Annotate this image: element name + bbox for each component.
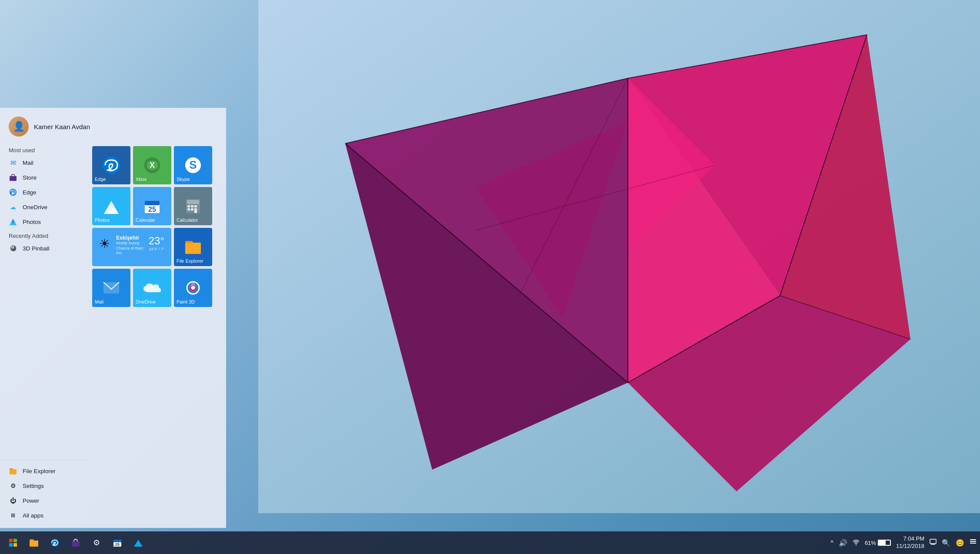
edge-tile[interactable]: Edge bbox=[92, 146, 130, 184]
start-button[interactable] bbox=[3, 533, 23, 552]
start-content: Most used ✉ Mail Store Edge bbox=[0, 142, 226, 528]
weather-desc: Mostly SunnyChance of Rain: 0% bbox=[116, 241, 145, 256]
tiles-row-4: Mail OneDrive Pai bbox=[92, 269, 221, 307]
weather-tile[interactable]: ☀ Eskişehir Mostly SunnyChance of Rain: … bbox=[92, 228, 171, 266]
app-item-settings[interactable]: ⚙ Settings bbox=[0, 478, 87, 493]
svg-rect-36 bbox=[187, 205, 190, 207]
taskbar-store[interactable] bbox=[66, 533, 85, 552]
photos-tile[interactable]: Photos bbox=[92, 187, 130, 225]
svg-rect-38 bbox=[194, 205, 197, 207]
settings-icon: ⚙ bbox=[9, 481, 17, 490]
taskbar-photos[interactable] bbox=[129, 533, 148, 552]
desktop-peek[interactable] bbox=[930, 539, 937, 547]
svg-rect-42 bbox=[185, 243, 201, 254]
app-item-photos[interactable]: Photos bbox=[0, 214, 87, 229]
taskbar: ⚙ 25 ^ 🔊 bbox=[0, 531, 980, 554]
app-item-mail[interactable]: ✉ Mail bbox=[0, 155, 87, 170]
app-item-edge[interactable]: Edge bbox=[0, 185, 87, 200]
taskbar-calendar[interactable]: 25 bbox=[108, 533, 127, 552]
most-used-label: Most used bbox=[0, 144, 87, 155]
taskbar-edge[interactable] bbox=[45, 533, 64, 552]
all-apps-label: All apps bbox=[23, 512, 43, 519]
onedrive-list-label: OneDrive bbox=[23, 204, 47, 210]
weather-content: ☀ Eskişehir Mostly SunnyChance of Rain: … bbox=[96, 231, 168, 263]
edge-list-label: Edge bbox=[23, 189, 37, 196]
app-item-all-apps[interactable]: ⊞ All apps bbox=[0, 508, 87, 523]
mail-tile-label: Mail bbox=[95, 299, 103, 304]
cortana-icon[interactable]: 😊 bbox=[956, 539, 964, 547]
spacer bbox=[0, 256, 87, 460]
svg-rect-22 bbox=[10, 469, 17, 474]
app-item-power[interactable]: ⏻ Power bbox=[0, 493, 87, 508]
taskbar-settings[interactable]: ⚙ bbox=[87, 533, 106, 552]
calculator-tile[interactable]: Calculator bbox=[174, 187, 212, 225]
photos-list-label: Photos bbox=[23, 219, 41, 225]
wifi-icon[interactable] bbox=[853, 539, 860, 547]
user-name: Kamer Kaan Avdan bbox=[34, 123, 90, 130]
file-explorer-tile[interactable]: File Explorer bbox=[174, 228, 212, 266]
volume-icon[interactable]: 🔊 bbox=[839, 539, 847, 547]
taskbar-file-explorer[interactable] bbox=[24, 533, 43, 552]
svg-rect-47 bbox=[9, 539, 13, 542]
weather-temp-area: 23° 24°F / 7° bbox=[149, 235, 164, 251]
date-display: 11/12/2018 bbox=[896, 543, 924, 550]
settings-label: Settings bbox=[23, 483, 44, 489]
app-item-3dpinball[interactable]: 🎱 3D Pinball bbox=[0, 241, 87, 256]
tiles-row-1: Edge X Xbox S bbox=[92, 146, 221, 184]
search-icon[interactable]: 🔍 bbox=[942, 539, 950, 547]
avatar: 👤 bbox=[9, 117, 29, 137]
svg-rect-50 bbox=[13, 543, 17, 547]
desktop-wallpaper-art bbox=[258, 0, 980, 513]
weather-temp: 23° bbox=[149, 235, 164, 247]
photos-list-icon bbox=[9, 217, 17, 226]
calendar-tile-label: Calendar bbox=[136, 217, 155, 223]
paint3d-tile[interactable]: Paint 3D bbox=[174, 269, 212, 307]
mail-icon: ✉ bbox=[9, 158, 17, 167]
bottom-actions: File Explorer ⚙ Settings ⏻ Power ⊞ All a… bbox=[0, 460, 87, 526]
battery-pct: 61% bbox=[865, 540, 876, 546]
file-explorer-bottom-label: File Explorer bbox=[23, 468, 56, 474]
xbox-tile[interactable]: X Xbox bbox=[133, 146, 171, 184]
svg-point-59 bbox=[856, 544, 857, 545]
weather-subtemp: 24°F / 7° bbox=[149, 247, 164, 251]
calendar-tile[interactable]: 25 Calendar bbox=[133, 187, 171, 225]
user-profile[interactable]: 👤 Kamer Kaan Avdan bbox=[0, 108, 226, 142]
svg-rect-40 bbox=[191, 208, 193, 210]
svg-text:25: 25 bbox=[148, 206, 156, 213]
3dpinball-icon: 🎱 bbox=[9, 244, 17, 253]
mail-tile[interactable]: Mail bbox=[92, 269, 130, 307]
file-explorer-icon bbox=[9, 467, 17, 475]
xbox-tile-label: Xbox bbox=[136, 177, 147, 182]
app-item-onedrive[interactable]: ☁ OneDrive bbox=[0, 200, 87, 214]
svg-rect-63 bbox=[970, 541, 976, 542]
edge-list-icon bbox=[9, 188, 17, 197]
tiles-row-2: Photos 25 Calendar bbox=[92, 187, 221, 225]
svg-text:25: 25 bbox=[115, 542, 120, 547]
svg-rect-48 bbox=[13, 539, 17, 542]
store-icon bbox=[9, 173, 17, 182]
start-menu: 👤 Kamer Kaan Avdan Most used ✉ Mail Stor… bbox=[0, 108, 226, 528]
svg-rect-64 bbox=[970, 543, 976, 544]
svg-text:S: S bbox=[189, 158, 197, 171]
svg-text:X: X bbox=[150, 161, 155, 170]
app-list: Most used ✉ Mail Store Edge bbox=[0, 142, 87, 528]
onedrive-tile[interactable]: OneDrive bbox=[133, 269, 171, 307]
tray-chevron[interactable]: ^ bbox=[830, 539, 833, 546]
recently-added-label: Recently Added bbox=[0, 229, 87, 241]
tiles-area: Edge X Xbox S bbox=[87, 142, 226, 528]
clock[interactable]: 7:04 PM 11/12/2018 bbox=[896, 535, 924, 550]
onedrive-list-icon: ☁ bbox=[9, 203, 17, 211]
action-center-icon[interactable] bbox=[970, 539, 977, 547]
svg-rect-35 bbox=[187, 200, 199, 204]
skype-tile-label: Skype bbox=[177, 177, 190, 182]
svg-rect-37 bbox=[191, 205, 193, 207]
weather-info: Eskişehir Mostly SunnyChance of Rain: 0% bbox=[113, 235, 145, 256]
tiles-row-3: ☀ Eskişehir Mostly SunnyChance of Rain: … bbox=[92, 228, 221, 266]
battery-area: 61% bbox=[865, 540, 891, 546]
app-item-file-explorer[interactable]: File Explorer bbox=[0, 464, 87, 478]
edge-tile-label: Edge bbox=[95, 177, 106, 182]
skype-tile[interactable]: S Skype bbox=[174, 146, 212, 184]
app-item-store[interactable]: Store bbox=[0, 170, 87, 185]
all-apps-icon: ⊞ bbox=[9, 511, 17, 520]
svg-rect-32 bbox=[145, 201, 160, 205]
